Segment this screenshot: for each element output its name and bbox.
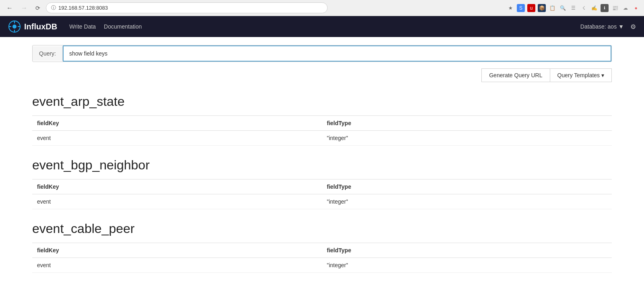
ext-9[interactable]: ℹ <box>601 4 609 12</box>
table-column-header: fieldKey <box>32 243 322 258</box>
reload-button[interactable]: ⟳ <box>33 3 43 13</box>
ext-7[interactable]: ☇ <box>580 4 588 12</box>
ext-5[interactable]: 🔍 <box>559 4 567 12</box>
buttons-row: Generate Query URL Query Templates ▾ <box>32 68 612 82</box>
data-table: fieldKeyfieldTypeevent"integer" <box>32 179 612 209</box>
svg-point-1 <box>12 25 17 29</box>
ext-2[interactable]: u <box>527 4 535 12</box>
bookmark-icon[interactable]: ★ <box>506 4 514 12</box>
ext-12[interactable]: ● <box>632 4 640 12</box>
logo-area: InfluxDB <box>8 20 57 33</box>
data-table: fieldKeyfieldTypeevent"integer" <box>32 115 612 146</box>
field-key-cell: event <box>32 194 322 209</box>
measurement-title: event_bgp_neighbor <box>32 158 612 173</box>
field-type-cell: "integer" <box>322 194 612 209</box>
nav-links: Write Data Documentation <box>69 23 142 30</box>
table-column-header: fieldType <box>322 116 612 131</box>
browser-chrome: ← → ⟳ ⓘ ★ S u 📦 📋 🔍 ☰ ☇ ✍ ℹ 📰 ☁ ● <box>0 0 644 16</box>
query-templates-button[interactable]: Query Templates ▾ <box>550 68 612 82</box>
back-button[interactable]: ← <box>4 3 15 13</box>
lock-icon: ⓘ <box>51 4 56 11</box>
nav-write-data[interactable]: Write Data <box>69 23 96 30</box>
results-section: event_arp_statefieldKeyfieldTypeevent"in… <box>32 94 612 273</box>
settings-button[interactable]: ⚙ <box>630 23 636 31</box>
app-header: InfluxDB Write Data Documentation Databa… <box>0 16 644 37</box>
query-templates-label: Query Templates ▾ <box>557 72 604 78</box>
measurement-title: event_arp_state <box>32 94 612 109</box>
query-input[interactable] <box>63 45 611 62</box>
table-column-header: fieldKey <box>32 116 322 131</box>
ext-3[interactable]: 📦 <box>538 4 546 12</box>
url-input[interactable] <box>58 5 322 11</box>
app-title: InfluxDB <box>24 22 57 31</box>
field-type-cell: "integer" <box>322 258 612 273</box>
ext-11[interactable]: ☁ <box>621 4 630 12</box>
field-key-cell: event <box>32 258 322 273</box>
forward-button[interactable]: → <box>19 3 30 13</box>
table-row: event"integer" <box>32 131 612 146</box>
ext-8[interactable]: ✍ <box>590 4 598 12</box>
browser-extensions: ★ S u 📦 📋 🔍 ☰ ☇ ✍ ℹ 📰 ☁ ● <box>506 4 640 12</box>
table-column-header: fieldType <box>322 243 612 258</box>
field-type-cell: "integer" <box>322 131 612 146</box>
table-row: event"integer" <box>32 258 612 273</box>
database-selector[interactable]: Database: aos ▼ <box>580 23 624 30</box>
ext-10[interactable]: 📰 <box>611 4 619 12</box>
ext-1[interactable]: S <box>517 4 525 12</box>
table-column-header: fieldKey <box>32 179 322 194</box>
generate-query-url-button[interactable]: Generate Query URL <box>481 68 550 82</box>
query-label: Query: <box>33 46 63 61</box>
data-table: fieldKeyfieldTypeevent"integer" <box>32 243 612 273</box>
ext-4[interactable]: 📋 <box>548 4 556 12</box>
field-key-cell: event <box>32 131 322 146</box>
ext-6[interactable]: ☰ <box>569 4 577 12</box>
table-column-header: fieldType <box>322 179 612 194</box>
influxdb-logo-icon <box>8 20 21 33</box>
database-label: Database: aos <box>580 23 617 30</box>
table-row: event"integer" <box>32 194 612 209</box>
header-right: Database: aos ▼ ⚙ <box>580 23 636 31</box>
address-bar: ⓘ <box>46 2 328 13</box>
main-content: Query: Generate Query URL Query Template… <box>0 37 644 293</box>
query-bar: Query: <box>32 45 612 62</box>
measurement-title: event_cable_peer <box>32 221 612 236</box>
database-dropdown-icon: ▼ <box>618 23 624 30</box>
nav-documentation[interactable]: Documentation <box>104 23 142 30</box>
